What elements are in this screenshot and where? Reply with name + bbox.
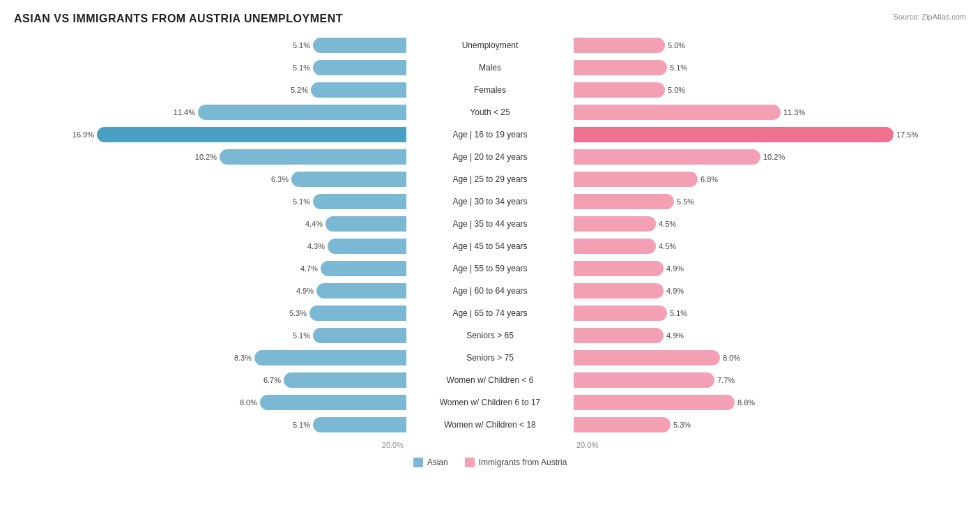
bar-blue: [311, 82, 406, 98]
bar-pink: [574, 105, 781, 120]
chart-row: 16.9%Age | 16 to 19 years17.5%: [14, 124, 966, 145]
bar-pink: [574, 350, 720, 365]
bar-value-left: 6.3%: [262, 175, 289, 183]
bar-blue: [97, 127, 406, 142]
bar-value-left: 11.4%: [169, 108, 195, 116]
chart-row: 10.2%Age | 20 to 24 years10.2%: [14, 146, 966, 167]
chart-row: 4.3%Age | 45 to 54 years4.5%: [14, 236, 966, 257]
bar-value-right: 7.7%: [717, 376, 744, 384]
bar-label: Women w/ Children < 18: [406, 420, 574, 430]
bar-blue: [313, 417, 406, 432]
axis-left: 20.0%: [14, 441, 406, 449]
chart-row: 5.1%Males5.1%: [14, 57, 966, 78]
bar-label: Women w/ Children < 6: [406, 375, 574, 385]
legend-label-blue: Asian: [427, 458, 448, 467]
bar-blue: [328, 239, 406, 254]
chart-row: 11.4%Youth < 2511.3%: [14, 102, 966, 123]
bar-value-left: 4.4%: [296, 220, 323, 228]
bar-label: Age | 60 to 64 years: [406, 286, 574, 296]
axis-row: 20.0% 20.0%: [14, 441, 966, 449]
bar-value-right: 4.9%: [666, 264, 693, 273]
bar-pink: [574, 261, 664, 276]
bar-label: Unemployment: [406, 40, 574, 50]
bar-label: Males: [406, 63, 574, 73]
bar-pink: [574, 194, 674, 209]
bar-value-right: 4.9%: [666, 331, 693, 340]
chart-row: 5.1%Women w/ Children < 185.3%: [14, 414, 966, 435]
bar-label: Age | 30 to 34 years: [406, 197, 574, 206]
bar-pink: [574, 127, 894, 142]
bar-pink: [574, 172, 698, 187]
bar-value-right: 4.9%: [666, 287, 693, 295]
bar-value-left: 5.1%: [284, 197, 310, 206]
chart-row: 6.7%Women w/ Children < 67.7%: [14, 370, 966, 391]
bar-pink: [574, 149, 760, 165]
chart-row: 8.3%Seniors > 758.0%: [14, 347, 966, 368]
chart-body: 5.1%Unemployment5.0%5.1%Males5.1%5.2%Fem…: [14, 35, 966, 435]
legend-box-blue: [413, 458, 423, 467]
legend-box-pink: [465, 458, 475, 467]
bar-label: Age | 65 to 74 years: [406, 308, 574, 318]
bar-label: Age | 16 to 19 years: [406, 130, 574, 139]
bar-pink: [574, 417, 671, 432]
bar-pink: [574, 306, 667, 321]
chart-title: ASIAN VS IMMIGRANTS FROM AUSTRIA UNEMPLO…: [14, 13, 343, 25]
bar-value-left: 4.3%: [298, 242, 325, 250]
chart-header: ASIAN VS IMMIGRANTS FROM AUSTRIA UNEMPLO…: [14, 13, 966, 25]
bar-value-right: 8.0%: [723, 354, 749, 362]
bar-value-left: 5.1%: [284, 421, 310, 429]
bar-value-right: 5.0%: [668, 86, 694, 94]
bar-label: Age | 25 to 29 years: [406, 174, 574, 184]
bar-label: Seniors > 65: [406, 331, 574, 340]
bar-value-right: 6.8%: [700, 175, 727, 183]
bar-pink: [574, 239, 656, 254]
bar-value-right: 5.1%: [670, 63, 696, 72]
chart-row: 5.1%Seniors > 654.9%: [14, 325, 966, 346]
bar-blue: [313, 194, 406, 209]
bar-value-right: 17.5%: [896, 130, 923, 139]
bar-value-right: 4.5%: [659, 242, 685, 250]
bar-value-left: 5.3%: [280, 309, 307, 317]
bar-value-left: 5.1%: [284, 331, 310, 340]
chart-row: 4.7%Age | 55 to 59 years4.9%: [14, 258, 966, 279]
bar-pink: [574, 283, 664, 299]
bar-value-left: 10.2%: [190, 153, 217, 161]
bar-blue: [254, 350, 406, 365]
bar-pink: [574, 328, 664, 343]
bar-blue: [313, 60, 406, 75]
bar-pink: [574, 38, 665, 53]
bar-value-right: 5.1%: [670, 309, 696, 317]
bar-blue: [313, 328, 406, 343]
chart-row: 6.3%Age | 25 to 29 years6.8%: [14, 169, 966, 190]
bar-value-left: 16.9%: [68, 130, 94, 139]
bar-value-left: 8.3%: [225, 354, 252, 362]
bar-label: Age | 20 to 24 years: [406, 152, 574, 162]
bar-value-left: 5.1%: [284, 63, 310, 72]
bar-value-right: 11.3%: [783, 108, 810, 116]
bar-blue: [321, 261, 406, 276]
chart-source: Source: ZipAtlas.com: [893, 13, 966, 21]
bar-value-left: 5.1%: [284, 41, 310, 50]
bar-value-right: 10.2%: [763, 153, 790, 161]
legend-item-blue: Asian: [413, 458, 448, 467]
bar-value-left: 5.2%: [282, 86, 308, 94]
legend-label-pink: Immigrants from Austria: [479, 458, 567, 467]
chart-row: 8.0%Women w/ Children 6 to 178.8%: [14, 392, 966, 413]
bar-blue: [316, 283, 406, 299]
bar-blue: [326, 216, 406, 232]
bar-pink: [574, 372, 714, 388]
bar-value-left: 6.7%: [254, 376, 281, 384]
chart-row: 5.1%Age | 30 to 34 years5.5%: [14, 191, 966, 212]
bar-blue: [198, 105, 406, 120]
bar-value-left: 4.7%: [291, 264, 318, 273]
bar-pink: [574, 82, 665, 98]
chart-container: ASIAN VS IMMIGRANTS FROM AUSTRIA UNEMPLO…: [0, 0, 980, 481]
bar-value-right: 8.8%: [737, 398, 764, 407]
bar-blue: [291, 172, 406, 187]
bar-blue: [313, 38, 406, 53]
bar-value-right: 5.3%: [673, 421, 700, 429]
chart-row: 4.9%Age | 60 to 64 years4.9%: [14, 280, 966, 301]
chart-row: 4.4%Age | 35 to 44 years4.5%: [14, 213, 966, 234]
bar-value-right: 5.0%: [668, 41, 694, 50]
bar-blue: [260, 395, 406, 410]
